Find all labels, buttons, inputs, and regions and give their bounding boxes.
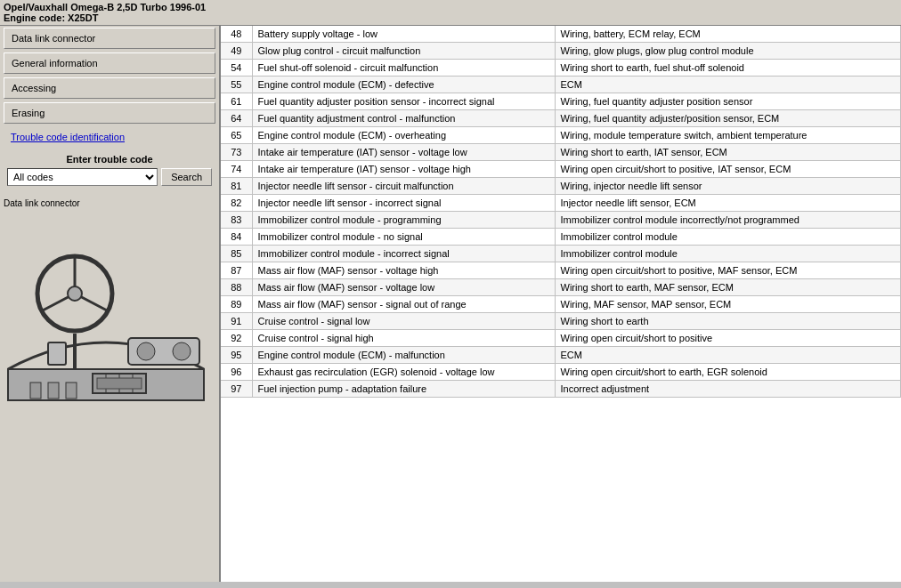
table-row[interactable]: 88Mass air flow (MAF) sensor - voltage l…	[221, 279, 901, 296]
svg-rect-18	[66, 383, 77, 399]
location-cell: Incorrect adjustment	[555, 381, 901, 398]
enter-code-label: Enter trouble code	[7, 154, 212, 165]
header: Opel/Vauxhall Omega-B 2,5D Turbo 1996-01…	[0, 0, 901, 26]
table-row[interactable]: 95Engine control module (ECM) - malfunct…	[221, 347, 901, 364]
table-container[interactable]: 48Battery supply voltage - lowWiring, ba…	[221, 26, 901, 582]
code-cell: 84	[221, 229, 252, 246]
code-cell: 74	[221, 161, 252, 178]
header-line1: Opel/Vauxhall Omega-B 2,5D Turbo 1996-01	[4, 2, 206, 12]
location-cell: Wiring, MAF sensor, MAP sensor, ECM	[555, 296, 901, 313]
location-cell: Injector needle lift sensor, ECM	[555, 195, 901, 212]
location-cell: Wiring short to earth, fuel shut-off sol…	[555, 60, 901, 77]
connector-image: Data link connector	[0, 191, 219, 582]
connector-image-area: Data link connector	[0, 191, 219, 582]
table-row[interactable]: 49Glow plug control - circuit malfunctio…	[221, 43, 901, 60]
connector-label: Data link connector	[4, 198, 80, 208]
code-cell: 48	[221, 26, 252, 43]
table-row[interactable]: 82Injector needle lift sensor - incorrec…	[221, 195, 901, 212]
location-cell: Wiring short to earth, IAT sensor, ECM	[555, 144, 901, 161]
table-row[interactable]: 81Injector needle lift sensor - circuit …	[221, 178, 901, 195]
svg-rect-15	[48, 342, 66, 365]
location-cell: Wiring, module temperature switch, ambie…	[555, 127, 901, 144]
description-cell: Cruise control - signal low	[252, 313, 555, 330]
table-row[interactable]: 55Engine control module (ECM) - defectiv…	[221, 77, 901, 93]
code-cell: 88	[221, 279, 252, 296]
code-cell: 91	[221, 313, 252, 330]
table-row[interactable]: 64Fuel quantity adjustment control - mal…	[221, 110, 901, 127]
description-cell: Glow plug control - circuit malfunction	[252, 43, 555, 60]
svg-rect-16	[30, 383, 41, 399]
location-cell: ECM	[555, 347, 901, 364]
location-cell: Wiring short to earth, MAF sensor, ECM	[555, 279, 901, 296]
description-cell: Injector needle lift sensor - incorrect …	[252, 195, 555, 212]
sidebar-item-erasing[interactable]: Erasing	[4, 102, 215, 124]
table-row[interactable]: 96Exhaust gas recirculation (EGR) soleno…	[221, 364, 901, 381]
table-row[interactable]: 89Mass air flow (MAF) sensor - signal ou…	[221, 296, 901, 313]
table-row[interactable]: 65Engine control module (ECM) - overheat…	[221, 127, 901, 144]
code-cell: 65	[221, 127, 252, 144]
location-cell: Wiring, fuel quantity adjuster position …	[555, 93, 901, 110]
code-cell: 97	[221, 381, 252, 398]
description-cell: Intake air temperature (IAT) sensor - vo…	[252, 161, 555, 178]
table-row[interactable]: 73Intake air temperature (IAT) sensor - …	[221, 144, 901, 161]
car-diagram-svg	[4, 209, 208, 405]
description-cell: Mass air flow (MAF) sensor - signal out …	[252, 296, 555, 313]
svg-rect-17	[48, 383, 59, 399]
content-area: 48Battery supply voltage - lowWiring, ba…	[221, 26, 901, 582]
code-cell: 83	[221, 212, 252, 229]
table-row[interactable]: 48Battery supply voltage - lowWiring, ba…	[221, 26, 901, 43]
table-row[interactable]: 85Immobilizer control module - incorrect…	[221, 246, 901, 262]
code-cell: 92	[221, 330, 252, 347]
sidebar-item-general-info[interactable]: General information	[4, 52, 215, 74]
code-cell: 55	[221, 77, 252, 93]
table-row[interactable]: 83Immobilizer control module - programmi…	[221, 212, 901, 229]
table-row[interactable]: 87Mass air flow (MAF) sensor - voltage h…	[221, 262, 901, 279]
table-row[interactable]: 61Fuel quantity adjuster position sensor…	[221, 93, 901, 110]
description-cell: Injector needle lift sensor - circuit ma…	[252, 178, 555, 195]
table-row[interactable]: 54Fuel shut-off solenoid - circuit malfu…	[221, 60, 901, 77]
location-cell: Immobilizer control module incorrectly/n…	[555, 212, 901, 229]
code-cell: 87	[221, 262, 252, 279]
svg-rect-11	[97, 378, 142, 389]
code-cell: 95	[221, 347, 252, 364]
table-row[interactable]: 74Intake air temperature (IAT) sensor - …	[221, 161, 901, 178]
location-cell: Wiring open circuit/short to earth, EGR …	[555, 364, 901, 381]
description-cell: Immobilizer control module - incorrect s…	[252, 246, 555, 262]
code-cell: 49	[221, 43, 252, 60]
code-cell: 54	[221, 60, 252, 77]
table-row[interactable]: 92Cruise control - signal highWiring ope…	[221, 330, 901, 347]
description-cell: Fuel shut-off solenoid - circuit malfunc…	[252, 60, 555, 77]
description-cell: Engine control module (ECM) - defective	[252, 77, 555, 93]
sidebar-item-accessing[interactable]: Accessing	[4, 77, 215, 99]
location-cell: Immobilizer control module	[555, 229, 901, 246]
code-cell: 64	[221, 110, 252, 127]
description-cell: Engine control module (ECM) - malfunctio…	[252, 347, 555, 364]
description-cell: Engine control module (ECM) - overheatin…	[252, 127, 555, 144]
location-cell: Wiring, glow plugs, glow plug control mo…	[555, 43, 901, 60]
location-cell: Wiring open circuit/short to positive, M…	[555, 262, 901, 279]
table-row[interactable]: 97Fuel injection pump - adaptation failu…	[221, 381, 901, 398]
code-cell: 81	[221, 178, 252, 195]
trouble-codes-table: 48Battery supply voltage - lowWiring, ba…	[221, 26, 901, 398]
search-button[interactable]: Search	[161, 168, 212, 186]
table-row[interactable]: 91Cruise control - signal lowWiring shor…	[221, 313, 901, 330]
code-cell: 89	[221, 296, 252, 313]
description-cell: Fuel quantity adjustment control - malfu…	[252, 110, 555, 127]
enter-code-section: Enter trouble code All codes484954556164…	[0, 149, 219, 191]
sidebar-item-trouble-code[interactable]: Trouble code identification	[4, 127, 215, 147]
code-select[interactable]: All codes4849545561646573748182838485878…	[7, 168, 158, 186]
header-line2: Engine code: X25DT	[4, 12, 98, 23]
location-cell: Wiring short to earth	[555, 313, 901, 330]
description-cell: Immobilizer control module - programming	[252, 212, 555, 229]
sidebar: Data link connector General information …	[0, 26, 221, 582]
description-cell: Mass air flow (MAF) sensor - voltage hig…	[252, 262, 555, 279]
description-cell: Battery supply voltage - low	[252, 26, 555, 43]
table-row[interactable]: 84Immobilizer control module - no signal…	[221, 229, 901, 246]
sidebar-item-data-link[interactable]: Data link connector	[4, 28, 215, 49]
svg-point-14	[173, 342, 191, 360]
code-cell: 73	[221, 144, 252, 161]
location-cell: Wiring, fuel quantity adjuster/position …	[555, 110, 901, 127]
code-cell: 61	[221, 93, 252, 110]
svg-point-13	[137, 342, 155, 360]
svg-point-5	[68, 286, 82, 301]
